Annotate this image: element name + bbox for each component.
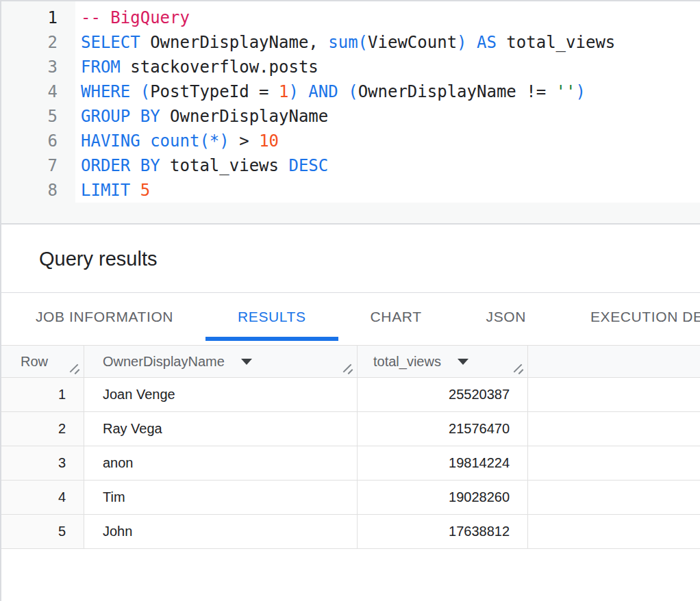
sql-token-fn: count <box>150 131 199 151</box>
sql-token-kw: GROUP BY <box>81 107 160 126</box>
sql-token-kw: AS <box>477 33 497 52</box>
cell-total-views: 21576470 <box>358 412 528 446</box>
column-header-row: Row <box>0 346 84 377</box>
code-line-8[interactable]: LIMIT 5 <box>81 178 700 203</box>
code-line-2[interactable]: SELECT OwnerDisplayName, sum(ViewCount) … <box>81 30 700 55</box>
column-header-row-label: Row <box>21 354 48 370</box>
code-line-6[interactable]: HAVING count(*) > 10 <box>81 129 700 153</box>
code-line-5[interactable]: GROUP BY OwnerDisplayName <box>81 104 700 129</box>
code-line-3[interactable]: FROM stackoverflow.posts <box>81 55 700 79</box>
sql-token-id: OwnerDisplayName != <box>358 82 556 101</box>
tab-json[interactable]: JSON <box>454 293 558 341</box>
tab-job-information[interactable]: JOB INFORMATION <box>3 293 205 341</box>
column-resize-handle-icon[interactable] <box>68 363 80 374</box>
editor-gutter: 12345678 <box>0 0 75 203</box>
sql-token-par: ( <box>358 33 368 52</box>
sql-token-id: total_views <box>497 33 615 52</box>
table-row: 1Joan Venge25520387 <box>0 378 700 412</box>
cell-row-number: 3 <box>0 446 84 480</box>
sort-dropdown-icon[interactable] <box>458 359 468 365</box>
sql-token-id <box>338 82 348 101</box>
sql-token-str: '' <box>556 82 576 101</box>
query-results-table: RowOwnerDisplayNametotal_views1Joan Veng… <box>0 345 700 549</box>
sql-token-id: total_views <box>160 156 289 175</box>
cell-total-views: 17638812 <box>358 515 528 548</box>
sql-token-id <box>140 131 150 151</box>
sql-token-par: (*) <box>199 131 229 151</box>
sql-token-kw: HAVING <box>81 131 140 151</box>
column-header-filler <box>528 346 700 377</box>
sql-token-kw: WHERE <box>81 82 130 101</box>
sql-token-id: > <box>229 131 259 151</box>
line-number: 1 <box>0 5 75 30</box>
code-line-1[interactable]: -- BigQuery <box>81 5 700 30</box>
sql-token-par: ( <box>348 82 358 101</box>
code-line-7[interactable]: ORDER BY total_views DESC <box>81 153 700 178</box>
line-number: 8 <box>0 178 75 203</box>
cell-filler <box>528 412 700 446</box>
sql-token-kw: SELECT <box>81 33 140 52</box>
cell-filler <box>528 378 700 411</box>
tab-results[interactable]: RESULTS <box>205 293 338 341</box>
sql-token-num: 10 <box>259 131 279 151</box>
tab-execution-details[interactable]: EXECUTION DETAILS <box>558 293 700 341</box>
cell-total-views: 19814224 <box>358 446 528 480</box>
sql-token-kw: FROM <box>81 57 121 77</box>
sql-token-kw: ORDER BY <box>81 156 160 175</box>
query-results-title: Query results <box>39 248 157 270</box>
code-line-4[interactable]: WHERE (PostTypeId = 1) AND (OwnerDisplay… <box>81 79 700 104</box>
cell-ownerdisplayname: Tim <box>84 481 358 514</box>
table-row: 3anon19814224 <box>0 446 700 481</box>
sql-editor[interactable]: -- BigQuerySELECT OwnerDisplayName, sum(… <box>75 0 700 203</box>
sql-token-id <box>299 82 308 101</box>
column-header-ownerdisplayname-label: OwnerDisplayName <box>103 354 225 370</box>
line-number: 2 <box>0 30 75 55</box>
sql-token-par: ) <box>288 82 298 101</box>
cell-filler <box>528 446 700 480</box>
sql-token-kw: LIMIT <box>81 181 130 200</box>
sql-token-id <box>130 181 140 200</box>
table-row: 5John17638812 <box>0 515 700 549</box>
tab-chart[interactable]: CHART <box>338 293 454 341</box>
sql-token-com: -- BigQuery <box>81 8 190 27</box>
line-number: 5 <box>0 104 75 129</box>
table-row: 4Tim19028260 <box>0 481 700 515</box>
cell-total-views: 25520387 <box>358 378 528 411</box>
sql-token-id <box>467 33 477 52</box>
cell-filler <box>528 481 700 514</box>
sort-dropdown-icon[interactable] <box>241 359 252 365</box>
sql-token-par: ) <box>576 82 586 101</box>
editor-bottom-strip <box>0 203 700 225</box>
sql-token-kw: AND <box>308 82 338 101</box>
line-number: 4 <box>0 79 75 104</box>
cell-row-number: 5 <box>0 515 84 548</box>
sql-token-par: ( <box>140 82 150 101</box>
cell-filler <box>528 515 700 548</box>
sql-token-id: PostTypeId = <box>150 82 279 101</box>
sql-token-id: ViewCount <box>368 33 457 52</box>
cell-row-number: 4 <box>0 481 84 514</box>
table-row: 2Ray Vega21576470 <box>0 412 700 446</box>
sql-token-num: 1 <box>279 82 288 101</box>
cell-total-views: 19028260 <box>358 481 528 514</box>
results-tabbar: JOB INFORMATIONRESULTSCHARTJSONEXECUTION… <box>0 293 700 341</box>
line-number: 3 <box>0 55 75 79</box>
query-results-header: Query results <box>0 226 700 293</box>
cell-ownerdisplayname: anon <box>84 446 358 480</box>
sql-token-id: OwnerDisplayName <box>160 107 329 126</box>
column-header-ownerdisplayname: OwnerDisplayName <box>84 346 358 377</box>
table-header-row: RowOwnerDisplayNametotal_views <box>0 345 700 378</box>
sql-token-id <box>130 82 140 101</box>
sql-token-num: 5 <box>140 181 150 200</box>
cell-ownerdisplayname: Joan Venge <box>84 378 358 411</box>
sql-token-id: OwnerDisplayName, <box>140 33 329 52</box>
column-header-total-views: total_views <box>358 346 528 377</box>
column-resize-handle-icon[interactable] <box>512 363 524 374</box>
line-number: 7 <box>0 153 75 178</box>
cell-row-number: 2 <box>0 412 84 446</box>
pane-left-border <box>0 0 1 601</box>
cell-ownerdisplayname: John <box>84 515 358 548</box>
column-resize-handle-icon[interactable] <box>342 363 353 374</box>
column-header-total-views-label: total_views <box>373 354 441 370</box>
sql-token-id: stackoverflow.posts <box>121 57 318 77</box>
